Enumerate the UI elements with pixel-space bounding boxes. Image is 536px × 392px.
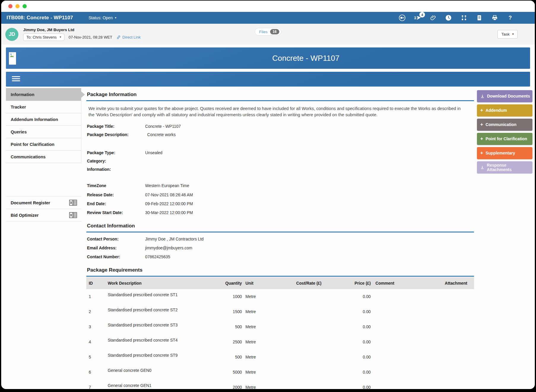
table-row: 7 General concrete GEN1 2000 Metre 0.00: [86, 380, 474, 389]
print-icon[interactable]: [491, 14, 499, 21]
cell-cost-rate[interactable]: [286, 350, 332, 365]
cell-quantity: 1000: [217, 289, 244, 304]
sidebar-item-tracker[interactable]: Tracker: [6, 101, 81, 113]
field-end-date: End Date: 09-Feb-2022 12:00:00 PM: [86, 202, 474, 206]
requirements-table: ID Work Description Quantity Unit Cost/R…: [86, 277, 474, 389]
hamburger-menu-icon[interactable]: [12, 75, 20, 82]
recipient-dropdown[interactable]: To: Chris Stevens ▾: [23, 34, 64, 41]
cell-cost-rate[interactable]: [286, 304, 332, 319]
apps-grid-icon[interactable]: [460, 14, 468, 21]
chevron-down-icon: ▾: [115, 16, 116, 19]
cell-work-description: Standardised prescribed concrete ST4: [107, 334, 217, 350]
document-icon[interactable]: [475, 14, 483, 21]
cell-price: 0.00: [332, 365, 372, 380]
add-addendum-button[interactable]: + Addendum: [477, 104, 532, 117]
message-datetime: 07-Nov-2021, 08:28 WET: [69, 35, 112, 39]
plus-icon: +: [480, 108, 483, 113]
bid-optimizer-button[interactable]: Bid Optimizer: [6, 209, 81, 222]
download-documents-button[interactable]: Download Documents: [477, 90, 532, 102]
table-row: 5 Standardised prescribed concrete ST9 5…: [86, 350, 474, 365]
cell-quantity: 1500: [217, 304, 244, 319]
help-icon[interactable]: ?: [506, 14, 514, 21]
video-icon[interactable]: [398, 14, 406, 21]
table-row: 4 Standardised prescribed concrete ST4 2…: [86, 334, 474, 350]
cell-attachment[interactable]: [438, 304, 474, 319]
add-supplementary-button[interactable]: + Supplementary: [477, 147, 532, 159]
cell-comment[interactable]: [372, 289, 438, 304]
sidebar-item-information[interactable]: Information: [6, 88, 81, 101]
sidebar-item-addendum-information[interactable]: Addendum Information: [6, 113, 81, 126]
cell-attachment[interactable]: [438, 319, 474, 334]
cell-cost-rate[interactable]: [286, 334, 332, 350]
field-contact-person: Contact Person: Jimmy Doe , JM Contracto…: [86, 237, 474, 241]
page-title: ITB008: Concrete - WP1107: [7, 15, 73, 21]
sidebar-item-communications[interactable]: Communications: [6, 151, 81, 163]
add-point-for-clarification-button[interactable]: + Point for Clarification: [477, 133, 532, 145]
plus-icon: +: [480, 150, 483, 155]
task-dropdown[interactable]: Task ▾: [497, 30, 518, 39]
sidebar-item-queries[interactable]: Queries: [6, 126, 81, 138]
cell-price: 0.00: [332, 289, 372, 304]
cell-quantity: 5000: [217, 365, 244, 380]
history-icon[interactable]: [445, 14, 452, 21]
sender-name: Jimmy Doe, JM Buyers Ltd: [23, 28, 141, 32]
excel-icon: [69, 200, 77, 206]
cell-id: 1: [86, 289, 107, 304]
banner-title: Concrete - WP1107: [6, 54, 530, 63]
cell-attachment[interactable]: [438, 334, 474, 350]
send-icon[interactable]: 4: [414, 14, 421, 21]
cell-comment[interactable]: [372, 365, 438, 380]
field-information: Information:: [86, 167, 474, 172]
attachment-icon[interactable]: [429, 14, 437, 21]
cell-price: 0.00: [332, 334, 372, 350]
table-row: 1 Standardised prescribed concrete ST1 1…: [86, 289, 474, 304]
status-dropdown[interactable]: Status: Open ▾: [88, 15, 116, 20]
cell-price: 0.00: [332, 304, 372, 319]
files-button[interactable]: Files 16: [255, 28, 281, 36]
document-register-button[interactable]: Document Register: [6, 197, 81, 209]
sidebar-item-point-for-clarification[interactable]: Point for Clarification: [6, 138, 81, 151]
table-header-row: ID Work Description Quantity Unit Cost/R…: [86, 277, 474, 289]
cell-cost-rate[interactable]: [286, 365, 332, 380]
cell-attachment[interactable]: [438, 380, 474, 389]
mac-titlebar: [1, 1, 535, 12]
cell-comment[interactable]: [372, 350, 438, 365]
plus-icon: +: [480, 122, 483, 127]
cell-quantity: 500: [217, 319, 244, 334]
cell-price: 0.00: [332, 350, 372, 365]
cell-attachment[interactable]: [438, 350, 474, 365]
cell-id: 4: [86, 334, 107, 350]
cell-cost-rate[interactable]: [286, 380, 332, 389]
table-row: 6 General concrete GEN0 5000 Metre 0.00: [86, 365, 474, 380]
cell-attachment[interactable]: [438, 365, 474, 380]
cell-comment[interactable]: [372, 319, 438, 334]
action-buttons: Download Documents + Addendum + Communic…: [477, 88, 532, 176]
response-attachments-button[interactable]: Response Attachments: [477, 161, 532, 173]
cell-cost-rate[interactable]: [286, 289, 332, 304]
cell-comment[interactable]: [372, 380, 438, 389]
cell-attachment[interactable]: [438, 289, 474, 304]
download-icon: [480, 165, 484, 170]
excel-icon: [69, 212, 77, 218]
field-timezone: TimeZone Western European Time: [86, 184, 474, 188]
section-heading-package-requirements: Package Requirements: [86, 263, 474, 277]
plus-icon: +: [480, 136, 483, 141]
direct-link[interactable]: Direct Link: [116, 35, 140, 39]
close-window-icon[interactable]: [8, 4, 12, 8]
minimize-window-icon[interactable]: [15, 4, 20, 8]
chevron-down-icon: ▾: [60, 36, 61, 39]
field-email-address: Email Address: jimmydoe@jmbuyers.com: [86, 246, 474, 250]
table-row: 3 Standardised prescribed concrete ST3 5…: [86, 319, 474, 334]
cell-cost-rate[interactable]: [286, 319, 332, 334]
section-heading-package-information: Package Information: [86, 88, 474, 101]
zoom-window-icon[interactable]: [23, 4, 27, 8]
cell-comment[interactable]: [372, 304, 438, 319]
top-bar: ITB008: Concrete - WP1107 Status: Open ▾…: [1, 12, 535, 24]
cell-quantity: 2500: [217, 334, 244, 350]
cell-comment[interactable]: [372, 334, 438, 350]
cell-unit: Metre: [244, 380, 286, 389]
sidebar: Information Tracker Addendum Information…: [6, 88, 81, 222]
avatar: JD: [5, 28, 18, 41]
add-communication-button[interactable]: + Communication: [477, 119, 532, 131]
cell-unit: Metre: [244, 350, 286, 365]
